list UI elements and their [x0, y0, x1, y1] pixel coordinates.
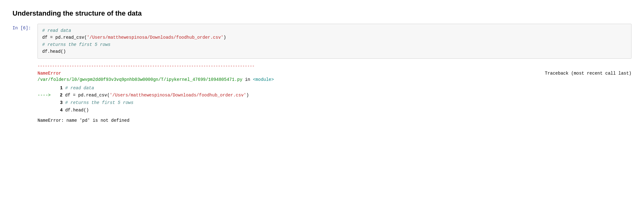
code-line-3: # returns the first 5 rows: [42, 41, 627, 48]
traceback-header-row: NameError Traceback (most recent call la…: [38, 71, 631, 76]
tb-code-comment-3: # returns the first 5 rows: [65, 99, 133, 107]
tb-code-line-2: df = pd.read_csv('/Users/matthewespinosa…: [65, 92, 249, 99]
traceback-lines: 1 # read data ----> 2 df = pd.read_csv('…: [38, 85, 631, 114]
code-func: pd.read_csv(: [53, 35, 87, 40]
traceback-separator: ----------------------------------------…: [38, 64, 631, 68]
code-eq: =: [50, 35, 53, 40]
tb-code-comment-1: # read data: [65, 85, 94, 92]
in-text: in: [242, 77, 253, 82]
cell-input: In [6]: # read data df = pd.read_csv('/U…: [13, 24, 631, 59]
error-type-header: NameError: [38, 71, 61, 76]
tb-linenum-1: 1: [53, 85, 63, 92]
error-type-label: NameError: [38, 118, 61, 123]
tb-line-1: 1 # read data: [38, 85, 631, 92]
tb-string-2: '/Users/matthewespinosa/Downloads/foodhu…: [110, 93, 246, 98]
traceback-filepath: /var/folders/l0/gwvpm2dd0f93v3vq9pnhb03w…: [38, 77, 631, 82]
filepath-text: /var/folders/l0/gwvpm2dd0f93v3vq9pnhb03w…: [38, 77, 242, 82]
tb-line-2: ----> 2 df = pd.read_csv('/Users/matthew…: [38, 92, 631, 99]
error-message-body: : name 'pd' is not defined: [61, 118, 129, 123]
page-title: Understanding the structure of the data: [13, 9, 631, 17]
module-name: <module>: [253, 77, 274, 82]
code-comment-1: # read data: [42, 28, 71, 33]
code-head: df.head(): [42, 49, 66, 54]
tb-line-4: 4 df.head(): [38, 107, 631, 114]
tb-linenum-2: 2: [53, 92, 63, 99]
error-message: NameError: name 'pd' is not defined: [38, 118, 631, 123]
code-line-4: df.head(): [42, 48, 627, 55]
tb-linenum-3: 3: [53, 99, 63, 107]
code-line-2: df = pd.read_csv('/Users/matthewespinosa…: [42, 34, 627, 41]
traceback-most-recent: Traceback (most recent call last): [545, 71, 631, 76]
code-string-path: '/Users/matthewespinosa/Downloads/foodhu…: [87, 35, 224, 40]
code-close-paren: ): [224, 35, 226, 40]
code-line-1: # read data: [42, 27, 627, 34]
tb-arrow-3: [38, 99, 53, 107]
code-block[interactable]: # read data df = pd.read_csv('/Users/mat…: [38, 24, 631, 59]
cell-label: In [6]:: [13, 24, 38, 31]
cell-output: ----------------------------------------…: [38, 59, 631, 126]
notebook-cell: In [6]: # read data df = pd.read_csv('/U…: [13, 24, 631, 126]
tb-line-3: 3 # returns the first 5 rows: [38, 99, 631, 107]
code-df: df: [42, 35, 50, 40]
tb-code-line-4: df.head(): [65, 107, 89, 114]
tb-arrow-4: [38, 107, 53, 114]
code-comment-2: # returns the first 5 rows: [42, 42, 110, 47]
tb-arrow-2: ---->: [38, 92, 53, 99]
tb-arrow-1: [38, 85, 53, 92]
tb-linenum-4: 4: [53, 107, 63, 114]
